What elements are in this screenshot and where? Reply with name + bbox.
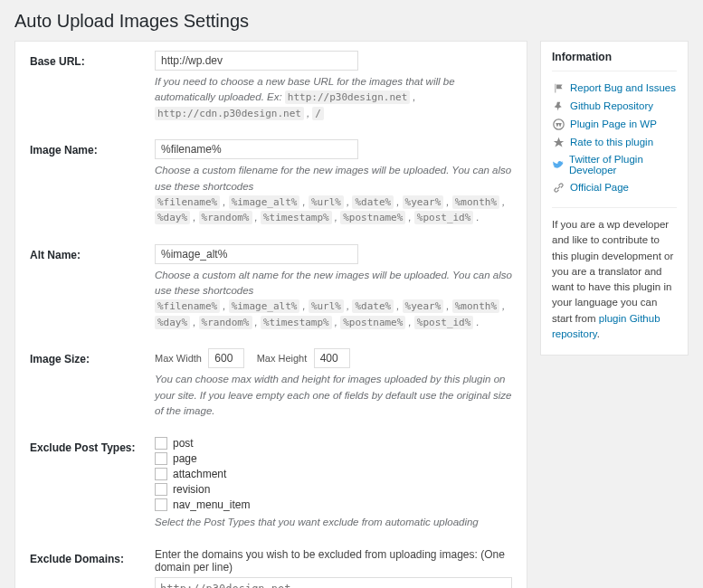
sidebar-link-twitter[interactable]: Twitter of Plugin Developer <box>569 154 677 175</box>
sidebar-link-report-bug[interactable]: Report Bug and Issues <box>570 82 676 93</box>
checkbox-attachment[interactable] <box>155 468 167 480</box>
exclude-domains-desc: Enter the domains you wish to be exclude… <box>155 548 512 574</box>
max-width-label: Max Width <box>155 353 202 364</box>
sidebar-item-report-bug[interactable]: Report Bug and Issues <box>552 79 677 97</box>
link-icon <box>552 181 565 194</box>
sidebar-item-github[interactable]: Github Repository <box>552 97 677 115</box>
alt-name-input[interactable] <box>155 244 358 264</box>
checkbox-post[interactable] <box>155 437 167 450</box>
pin-icon <box>552 100 565 112</box>
svg-point-0 <box>553 119 563 128</box>
checkbox-nav-menu-item[interactable] <box>155 498 167 511</box>
page-title: Auto Upload Images Settings <box>14 11 689 32</box>
info-sidebar: Information Report Bug and Issues Github… <box>540 41 689 356</box>
max-width-input[interactable] <box>208 348 244 368</box>
checkbox-page-label: page <box>173 452 197 465</box>
sidebar-link-rate[interactable]: Rate to this plugin <box>570 137 653 147</box>
checkbox-nav-menu-item-label: nav_menu_item <box>173 498 250 511</box>
base-url-label: Base URL: <box>30 51 155 68</box>
sidebar-item-twitter[interactable]: Twitter of Plugin Developer <box>552 151 677 178</box>
sidebar-link-official[interactable]: Official Page <box>570 182 629 193</box>
settings-form: Base URL: If you need to choose a new ba… <box>14 41 527 588</box>
checkbox-attachment-label: attachment <box>173 468 226 480</box>
sidebar-item-rate[interactable]: Rate to this plugin <box>552 133 677 151</box>
sidebar-link-github[interactable]: Github Repository <box>570 100 653 111</box>
exclude-post-types-desc: Select the Post Types that you want excl… <box>155 515 512 530</box>
image-size-desc: You can choose max width and height for … <box>155 372 512 419</box>
alt-name-desc: Choose a custom alt name for the new ima… <box>155 268 512 331</box>
twitter-icon <box>552 158 564 171</box>
checkbox-page[interactable] <box>155 452 167 465</box>
flag-icon <box>552 81 565 94</box>
image-name-desc: Choose a custom filename for the new ima… <box>155 163 512 226</box>
sidebar-item-official[interactable]: Official Page <box>552 178 677 196</box>
star-icon <box>552 136 565 148</box>
checkbox-revision[interactable] <box>155 483 167 496</box>
wordpress-icon <box>552 118 565 130</box>
base-url-input[interactable] <box>155 51 358 71</box>
sidebar-footer: If you are a wp developer and like to co… <box>552 207 677 342</box>
exclude-domains-label: Exclude Domains: <box>30 548 155 565</box>
alt-name-label: Alt Name: <box>30 244 155 261</box>
max-height-label: Max Height <box>257 353 308 364</box>
checkbox-revision-label: revision <box>173 483 210 496</box>
exclude-domains-textarea[interactable] <box>155 577 512 588</box>
sidebar-title: Information <box>552 42 677 71</box>
sidebar-link-plugin-page[interactable]: Plugin Page in WP <box>570 119 657 129</box>
max-height-input[interactable] <box>314 348 350 368</box>
image-name-label: Image Name: <box>30 139 155 156</box>
sidebar-item-plugin-page[interactable]: Plugin Page in WP <box>552 115 677 133</box>
image-name-input[interactable] <box>155 139 358 159</box>
checkbox-post-label: post <box>173 437 194 450</box>
base-url-desc: If you need to choose a new base URL for… <box>155 74 512 121</box>
exclude-post-types-label: Exclude Post Types: <box>30 437 155 454</box>
image-size-label: Image Size: <box>30 348 155 365</box>
